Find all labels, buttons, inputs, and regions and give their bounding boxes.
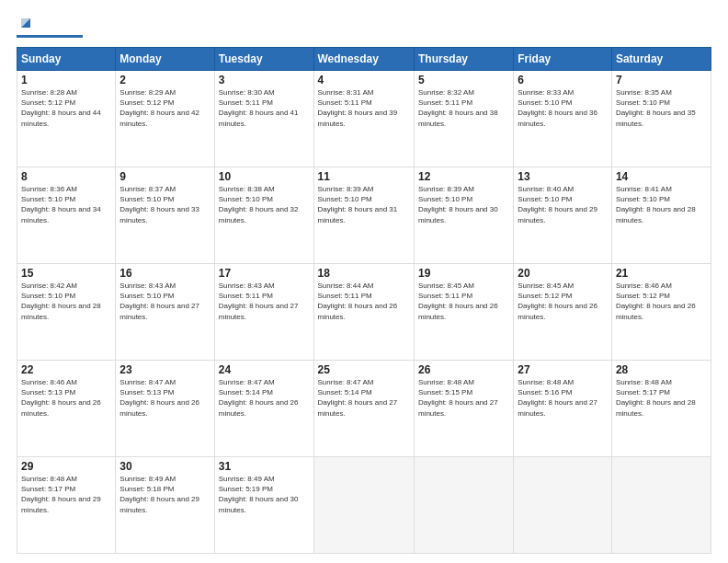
day-info: Sunrise: 8:38 AMSunset: 5:10 PMDaylight:…	[219, 185, 299, 224]
day-cell: 14 Sunrise: 8:41 AMSunset: 5:10 PMDaylig…	[611, 167, 711, 264]
day-cell: 28 Sunrise: 8:48 AMSunset: 5:17 PMDaylig…	[611, 361, 711, 457]
day-info: Sunrise: 8:47 AMSunset: 5:14 PMDaylight:…	[219, 378, 299, 418]
day-number: 7	[616, 74, 707, 86]
day-cell: 30 Sunrise: 8:49 AMSunset: 5:18 PMDaylig…	[116, 457, 214, 554]
day-cell: 21 Sunrise: 8:46 AMSunset: 5:12 PMDaylig…	[611, 264, 711, 361]
col-thursday: Thursday	[414, 48, 513, 71]
col-monday: Monday	[116, 48, 214, 71]
day-number: 18	[318, 267, 410, 280]
day-number: 27	[518, 363, 608, 376]
day-number: 2	[119, 74, 210, 86]
day-cell	[514, 457, 612, 554]
day-number: 19	[418, 267, 509, 280]
day-info: Sunrise: 8:42 AMSunset: 5:10 PMDaylight:…	[21, 282, 101, 321]
logo	[17, 17, 83, 38]
day-number: 30	[119, 460, 210, 473]
day-cell: 24 Sunrise: 8:47 AMSunset: 5:14 PMDaylig…	[214, 361, 313, 457]
day-info: Sunrise: 8:49 AMSunset: 5:19 PMDaylight:…	[219, 475, 299, 514]
day-cell: 12 Sunrise: 8:39 AMSunset: 5:10 PMDaylig…	[414, 167, 513, 264]
day-cell: 4 Sunrise: 8:31 AMSunset: 5:11 PMDayligh…	[313, 71, 414, 167]
day-cell: 23 Sunrise: 8:47 AMSunset: 5:13 PMDaylig…	[116, 361, 214, 457]
day-number: 17	[219, 267, 310, 280]
day-cell: 11 Sunrise: 8:39 AMSunset: 5:10 PMDaylig…	[313, 167, 414, 264]
day-info: Sunrise: 8:48 AMSunset: 5:16 PMDaylight:…	[518, 378, 597, 418]
day-number: 28	[616, 363, 707, 376]
day-info: Sunrise: 8:41 AMSunset: 5:10 PMDaylight:…	[616, 185, 696, 224]
day-number: 15	[21, 267, 111, 280]
day-info: Sunrise: 8:32 AMSunset: 5:11 PMDaylight:…	[418, 88, 498, 128]
day-cell: 19 Sunrise: 8:45 AMSunset: 5:11 PMDaylig…	[414, 264, 513, 361]
day-number: 5	[418, 74, 509, 86]
day-cell: 15 Sunrise: 8:42 AMSunset: 5:10 PMDaylig…	[17, 264, 116, 361]
day-cell: 10 Sunrise: 8:38 AMSunset: 5:10 PMDaylig…	[214, 167, 313, 264]
calendar-table: Sunday Monday Tuesday Wednesday Thursday…	[17, 47, 711, 554]
calendar-page: Sunday Monday Tuesday Wednesday Thursday…	[0, 0, 728, 563]
day-cell: 9 Sunrise: 8:37 AMSunset: 5:10 PMDayligh…	[116, 167, 214, 264]
day-info: Sunrise: 8:40 AMSunset: 5:10 PMDaylight:…	[518, 185, 597, 224]
week-row-4: 22 Sunrise: 8:46 AMSunset: 5:13 PMDaylig…	[17, 361, 711, 457]
day-info: Sunrise: 8:37 AMSunset: 5:10 PMDaylight:…	[119, 185, 199, 224]
day-number: 23	[119, 363, 210, 376]
day-cell: 27 Sunrise: 8:48 AMSunset: 5:16 PMDaylig…	[514, 361, 612, 457]
day-cell: 5 Sunrise: 8:32 AMSunset: 5:11 PMDayligh…	[414, 71, 513, 167]
day-number: 6	[518, 74, 608, 86]
day-cell: 29 Sunrise: 8:48 AMSunset: 5:17 PMDaylig…	[17, 457, 116, 554]
day-number: 26	[418, 363, 509, 376]
day-info: Sunrise: 8:43 AMSunset: 5:10 PMDaylight:…	[119, 282, 199, 321]
day-number: 13	[518, 170, 608, 183]
day-number: 3	[219, 74, 310, 86]
day-cell: 31 Sunrise: 8:49 AMSunset: 5:19 PMDaylig…	[214, 457, 313, 554]
day-cell: 26 Sunrise: 8:48 AMSunset: 5:15 PMDaylig…	[414, 361, 513, 457]
col-wednesday: Wednesday	[313, 48, 414, 71]
header-row: Sunday Monday Tuesday Wednesday Thursday…	[17, 48, 711, 71]
day-info: Sunrise: 8:36 AMSunset: 5:10 PMDaylight:…	[21, 185, 101, 224]
day-info: Sunrise: 8:46 AMSunset: 5:12 PMDaylight:…	[616, 282, 696, 321]
day-info: Sunrise: 8:43 AMSunset: 5:11 PMDaylight:…	[219, 282, 299, 321]
day-info: Sunrise: 8:48 AMSunset: 5:17 PMDaylight:…	[616, 378, 696, 418]
day-info: Sunrise: 8:31 AMSunset: 5:11 PMDaylight:…	[318, 88, 398, 128]
day-cell: 16 Sunrise: 8:43 AMSunset: 5:10 PMDaylig…	[116, 264, 214, 361]
day-info: Sunrise: 8:48 AMSunset: 5:17 PMDaylight:…	[21, 475, 101, 514]
day-number: 25	[318, 363, 410, 376]
day-cell: 3 Sunrise: 8:30 AMSunset: 5:11 PMDayligh…	[214, 71, 313, 167]
day-number: 1	[21, 74, 111, 86]
day-info: Sunrise: 8:49 AMSunset: 5:18 PMDaylight:…	[119, 475, 199, 514]
logo-underline	[17, 35, 83, 38]
day-cell: 6 Sunrise: 8:33 AMSunset: 5:10 PMDayligh…	[514, 71, 612, 167]
day-info: Sunrise: 8:45 AMSunset: 5:11 PMDaylight:…	[418, 282, 498, 321]
day-number: 21	[616, 267, 707, 280]
day-info: Sunrise: 8:45 AMSunset: 5:12 PMDaylight:…	[518, 282, 597, 321]
day-number: 9	[119, 170, 210, 183]
day-number: 22	[21, 363, 111, 376]
day-number: 20	[518, 267, 608, 280]
logo-top	[17, 17, 32, 33]
day-cell	[414, 457, 513, 554]
logo-triangle-icon	[19, 17, 32, 33]
day-cell: 2 Sunrise: 8:29 AMSunset: 5:12 PMDayligh…	[116, 71, 214, 167]
header	[17, 17, 711, 38]
day-cell: 25 Sunrise: 8:47 AMSunset: 5:14 PMDaylig…	[313, 361, 414, 457]
day-cell: 20 Sunrise: 8:45 AMSunset: 5:12 PMDaylig…	[514, 264, 612, 361]
day-cell: 17 Sunrise: 8:43 AMSunset: 5:11 PMDaylig…	[214, 264, 313, 361]
day-info: Sunrise: 8:29 AMSunset: 5:12 PMDaylight:…	[119, 88, 199, 128]
day-number: 10	[219, 170, 310, 183]
day-number: 11	[318, 170, 410, 183]
day-cell: 8 Sunrise: 8:36 AMSunset: 5:10 PMDayligh…	[17, 167, 116, 264]
day-cell: 7 Sunrise: 8:35 AMSunset: 5:10 PMDayligh…	[611, 71, 711, 167]
week-row-1: 1 Sunrise: 8:28 AMSunset: 5:12 PMDayligh…	[17, 71, 711, 167]
day-info: Sunrise: 8:46 AMSunset: 5:13 PMDaylight:…	[21, 378, 101, 418]
day-cell: 18 Sunrise: 8:44 AMSunset: 5:11 PMDaylig…	[313, 264, 414, 361]
day-info: Sunrise: 8:48 AMSunset: 5:15 PMDaylight:…	[418, 378, 498, 418]
day-info: Sunrise: 8:33 AMSunset: 5:10 PMDaylight:…	[518, 88, 597, 128]
day-info: Sunrise: 8:47 AMSunset: 5:14 PMDaylight:…	[318, 378, 398, 418]
day-cell	[313, 457, 414, 554]
day-info: Sunrise: 8:28 AMSunset: 5:12 PMDaylight:…	[21, 88, 101, 128]
day-number: 12	[418, 170, 509, 183]
day-info: Sunrise: 8:30 AMSunset: 5:11 PMDaylight:…	[219, 88, 299, 128]
col-tuesday: Tuesday	[214, 48, 313, 71]
day-cell: 1 Sunrise: 8:28 AMSunset: 5:12 PMDayligh…	[17, 71, 116, 167]
day-info: Sunrise: 8:44 AMSunset: 5:11 PMDaylight:…	[318, 282, 398, 321]
week-row-5: 29 Sunrise: 8:48 AMSunset: 5:17 PMDaylig…	[17, 457, 711, 554]
col-sunday: Sunday	[17, 48, 116, 71]
day-number: 29	[21, 460, 111, 473]
